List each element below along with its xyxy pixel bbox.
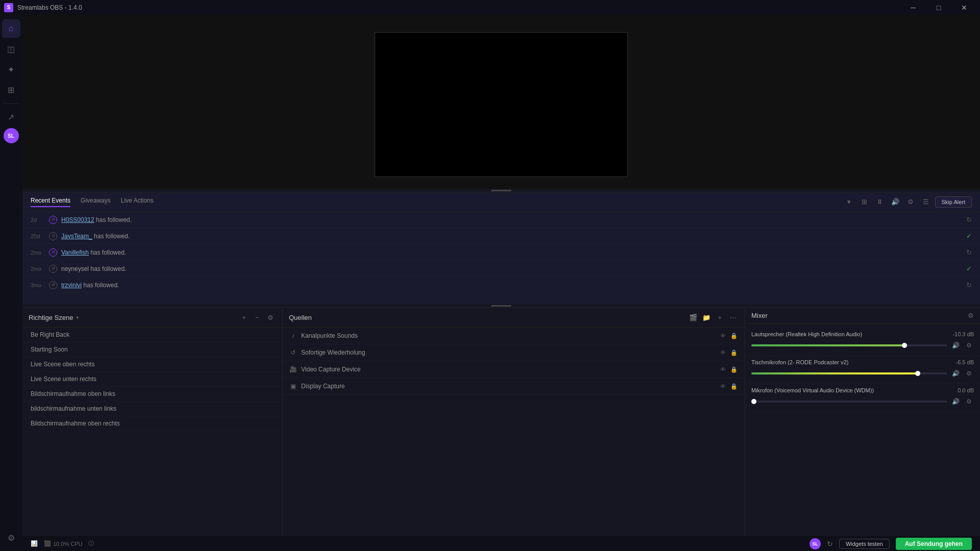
sidebar-item-user[interactable]: SL bbox=[4, 128, 19, 143]
cpu-label: 10.0% CPU bbox=[53, 541, 82, 547]
event-action-refresh[interactable]: ↻ bbox=[966, 281, 972, 289]
sources-folder-btn[interactable]: 📁 bbox=[701, 312, 712, 323]
mixer-settings-btn[interactable]: ⚙ bbox=[964, 340, 974, 350]
status-info[interactable]: ⓘ bbox=[88, 540, 94, 547]
sidebar-item-events[interactable]: ◫ bbox=[2, 40, 20, 58]
source-name[interactable]: Display Capture bbox=[301, 383, 714, 390]
sidebar-item-settings[interactable]: ⚙ bbox=[2, 529, 20, 547]
source-name[interactable]: Kanalpunkte Sounds bbox=[301, 332, 714, 339]
sidebar-item-tools[interactable]: ✦ bbox=[2, 60, 20, 79]
event-user-link[interactable]: JaysTeam_ bbox=[61, 233, 92, 240]
user-avatar[interactable]: SL bbox=[810, 538, 821, 549]
source-actions: 👁 🔒 bbox=[718, 382, 739, 391]
mixer-slider-thumb bbox=[902, 343, 907, 348]
source-eye-btn[interactable]: 👁 bbox=[718, 382, 727, 391]
list-item[interactable]: Bildschirmaufnahme oben links bbox=[22, 387, 282, 402]
event-action-check[interactable]: ✓ bbox=[966, 265, 972, 272]
tab-recent-events[interactable]: Recent Events bbox=[31, 197, 70, 207]
event-type-icon: ↺ bbox=[49, 216, 57, 224]
event-time: 20d bbox=[31, 233, 49, 239]
source-eye-btn[interactable]: 👁 bbox=[718, 365, 727, 374]
status-bar: 📊 ⬛ 10.0% CPU ⓘ SL ↻ Widgets testen Auf … bbox=[22, 536, 980, 551]
mixer-channel-header: Lautsprecher (Realtek High Definition Au… bbox=[751, 331, 974, 337]
mixer-slider-thumb bbox=[751, 399, 756, 404]
sidebar-item-analytics[interactable]: ↗ bbox=[2, 108, 20, 126]
mixer-slider-track[interactable] bbox=[751, 372, 947, 374]
mixer-channel-header: Tischmikrofon (2- RODE Podcaster v2) -6.… bbox=[751, 359, 974, 365]
events-grid-btn[interactable]: ⊞ bbox=[859, 196, 871, 208]
sources-more-btn[interactable]: ⋯ bbox=[727, 312, 739, 323]
titlebar-controls[interactable]: ─ □ ✕ bbox=[901, 0, 976, 15]
events-list-btn[interactable]: ☰ bbox=[920, 196, 932, 208]
source-name[interactable]: Video Capture Device bbox=[301, 366, 714, 373]
cpu-icon: ⬛ bbox=[44, 540, 51, 547]
sources-scene-btn[interactable]: 🎬 bbox=[688, 312, 699, 323]
source-lock-btn[interactable]: 🔒 bbox=[729, 331, 739, 340]
list-item[interactable]: Live Scene oben rechts bbox=[22, 357, 282, 372]
events-pause-btn[interactable]: ⏸ bbox=[874, 196, 886, 208]
sources-controls: 🎬 📁 + ⋯ bbox=[688, 312, 739, 323]
event-type-icon: ↺ bbox=[49, 281, 57, 289]
mixer-mute-btn[interactable]: 🔊 bbox=[950, 368, 961, 379]
source-actions: 👁 🔒 bbox=[718, 365, 739, 374]
scenes-title-text: Richtige Szene bbox=[29, 314, 73, 321]
mixer-settings-btn[interactable]: ⚙ bbox=[964, 368, 974, 379]
widgets-test-button[interactable]: Widgets testen bbox=[839, 539, 890, 549]
list-item[interactable]: Starting Soon bbox=[22, 342, 282, 357]
mixer-slider-track[interactable] bbox=[751, 344, 947, 346]
close-button[interactable]: ✕ bbox=[952, 0, 976, 15]
source-lock-btn[interactable]: 🔒 bbox=[729, 348, 739, 357]
event-action-check[interactable]: ✓ bbox=[966, 232, 972, 240]
list-item[interactable]: Be Right Back bbox=[22, 328, 282, 342]
go-live-button[interactable]: Auf Sendung gehen bbox=[896, 538, 972, 550]
skip-alert-button[interactable]: Skip Alert bbox=[935, 196, 972, 208]
tab-live-actions[interactable]: Live Actions bbox=[121, 197, 154, 207]
event-user-link[interactable]: trzvinivi bbox=[61, 282, 82, 289]
sources-add-button[interactable]: + bbox=[714, 312, 725, 323]
events-filter-btn[interactable]: ⚙ bbox=[904, 196, 917, 208]
list-item[interactable]: Live Scene unten rechts bbox=[22, 372, 282, 387]
refresh-button[interactable]: ↻ bbox=[827, 540, 833, 548]
events-mute-btn[interactable]: 🔊 bbox=[889, 196, 901, 208]
sidebar-item-home[interactable]: ⌂ bbox=[2, 19, 20, 38]
event-user-link[interactable]: Vanillefish bbox=[61, 249, 89, 256]
mixer-slider-track[interactable] bbox=[751, 400, 947, 403]
event-action-refresh[interactable]: ↻ bbox=[966, 248, 972, 256]
sources-list: ♪ Kanalpunkte Sounds 👁 🔒 ↺ Sofortige Wie… bbox=[283, 328, 745, 551]
list-item[interactable]: Bildschirmaufnahme oben rechts bbox=[22, 416, 282, 431]
tab-giveaways[interactable]: Giveaways bbox=[81, 197, 111, 207]
source-lock-btn[interactable]: 🔒 bbox=[729, 382, 739, 391]
sidebar-item-scenes[interactable]: ⊞ bbox=[2, 81, 20, 99]
mixer-slider-fill bbox=[751, 344, 904, 346]
status-chart[interactable]: 📊 bbox=[31, 540, 38, 547]
scenes-remove-button[interactable]: − bbox=[252, 312, 263, 323]
list-item: ↺ Sofortige Wiederholung 👁 🔒 bbox=[283, 344, 745, 361]
mixer-mute-btn[interactable]: 🔊 bbox=[950, 396, 961, 407]
mixer-slider-thumb bbox=[915, 371, 920, 376]
scenes-dropdown-arrow[interactable]: ▾ bbox=[76, 315, 79, 320]
maximize-button[interactable]: □ bbox=[927, 0, 950, 15]
list-item[interactable]: bildschirmaufnahme unten links bbox=[22, 402, 282, 416]
event-user-link[interactable]: H0SS00312 bbox=[61, 216, 94, 223]
minimize-button[interactable]: ─ bbox=[901, 0, 925, 15]
scenes-settings-button[interactable]: ⚙ bbox=[265, 312, 276, 323]
mixer-slider-row: 🔊 ⚙ bbox=[751, 396, 974, 407]
scenes-add-button[interactable]: + bbox=[238, 312, 250, 323]
mixer-mute-btn[interactable]: 🔊 bbox=[950, 340, 961, 350]
source-eye-btn[interactable]: 👁 bbox=[718, 331, 727, 340]
source-name[interactable]: Sofortige Wiederholung bbox=[301, 349, 714, 356]
events-dropdown-btn[interactable]: ▾ bbox=[843, 196, 855, 208]
mixer-settings-icon[interactable]: ⚙ bbox=[968, 312, 974, 319]
mixer-channel: Mikrofon (Voicemod Virtual Audio Device … bbox=[745, 384, 980, 412]
event-time: 2mo bbox=[31, 266, 49, 272]
event-action-refresh[interactable]: ↻ bbox=[966, 216, 972, 223]
scenes-header: Richtige Szene ▾ + − ⚙ bbox=[22, 308, 282, 328]
event-text: trzvinivi has followed. bbox=[61, 282, 966, 289]
mixer-settings-btn[interactable]: ⚙ bbox=[964, 396, 974, 407]
source-eye-btn[interactable]: 👁 bbox=[718, 348, 727, 357]
events-list: 2d ↺ H0SS00312 has followed. ↻ 20d ↺ Jay… bbox=[22, 212, 980, 304]
mixer-channel-db: 0.0 dB bbox=[948, 387, 974, 393]
display-source-icon: ▣ bbox=[289, 382, 297, 390]
source-lock-btn[interactable]: 🔒 bbox=[729, 365, 739, 374]
preview-screen bbox=[375, 32, 628, 177]
